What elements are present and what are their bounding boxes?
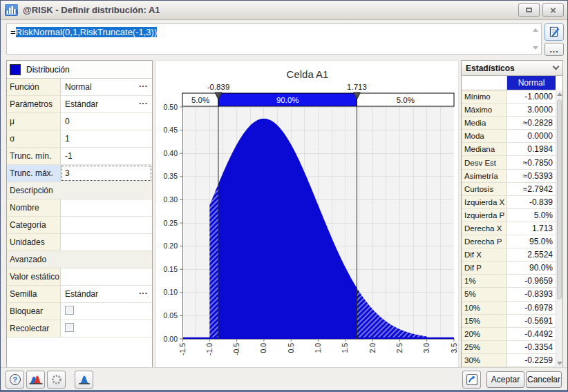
stat-row: Curtosis≈2.7942 xyxy=(462,183,556,196)
stat-row: 25%-0.3354 xyxy=(462,341,556,354)
scroll-up-icon[interactable] xyxy=(557,92,562,96)
gear-icon xyxy=(50,373,63,386)
property-value-text: Normal xyxy=(65,82,92,92)
svg-text:0.25: 0.25 xyxy=(164,219,178,227)
property-value-cell[interactable] xyxy=(61,217,152,233)
property-value-cell[interactable] xyxy=(61,303,152,320)
svg-text:2.5: 2.5 xyxy=(395,343,404,353)
close-icon: × xyxy=(550,4,556,16)
property-row: Nombre xyxy=(7,199,152,217)
stat-label: 10% xyxy=(462,302,507,314)
formula-scroll-down-icon[interactable] xyxy=(533,46,538,50)
property-value-cell[interactable] xyxy=(61,199,152,216)
stat-label: Izquierda X xyxy=(462,196,507,208)
stat-label: 20% xyxy=(462,328,507,340)
overlay-distribution-button[interactable] xyxy=(26,371,45,389)
svg-text:0.10: 0.10 xyxy=(164,288,178,296)
property-value-cell[interactable]: 3 xyxy=(61,165,152,182)
formula-scroll-up-icon[interactable] xyxy=(533,28,538,32)
stat-row: Derecha X1.713 xyxy=(462,222,556,235)
property-value-text: -1 xyxy=(65,151,73,161)
property-section-row: Avanzado xyxy=(7,251,152,268)
formula-bar: =RiskNormal(0,1,RiskTruncate(-1,3)) xyxy=(1,21,567,57)
svg-text:1.0: 1.0 xyxy=(314,343,322,353)
stat-value: ≈0.2828 xyxy=(507,118,556,128)
stat-value: -1.0000 xyxy=(507,92,556,101)
stat-label: Asimetría xyxy=(462,170,507,182)
scrollbar-thumb[interactable] xyxy=(557,99,562,300)
right-delimiter-value: 1.713 xyxy=(347,83,367,91)
chart-panel: Celda A10.000.050.100.150.200.250.300.35… xyxy=(155,60,459,368)
stat-row: 10%-0.6978 xyxy=(462,302,556,315)
property-value-cell[interactable]: Estándar... xyxy=(61,96,152,112)
left-delimiter-value: -0.839 xyxy=(207,83,230,91)
statistics-scrollbar[interactable] xyxy=(556,90,562,367)
checkbox[interactable] xyxy=(65,323,74,332)
svg-text:0.05: 0.05 xyxy=(164,311,178,320)
property-value-cell[interactable]: Estándar... xyxy=(61,286,152,302)
property-row: Recolectar xyxy=(7,320,152,337)
statistics-panel-header[interactable]: Estadísticos xyxy=(462,61,562,76)
accept-button[interactable]: Aceptar xyxy=(486,371,524,388)
distribution-properties-panel: Distribución FunciónNormal...ParámetrosE… xyxy=(6,60,153,368)
property-value-cell[interactable] xyxy=(61,234,152,251)
formula-options-button[interactable]: ... xyxy=(545,43,564,56)
stat-value: 5.0% xyxy=(507,210,556,220)
property-label: Bloquear xyxy=(7,303,61,320)
stat-row: Media≈0.2828 xyxy=(462,117,556,130)
property-value-cell[interactable]: 0 xyxy=(61,113,152,130)
chart-title: Celda A1 xyxy=(287,68,329,80)
stat-label: Derecha X xyxy=(462,222,507,235)
export-button[interactable] xyxy=(462,371,481,389)
scroll-down-icon[interactable] xyxy=(557,362,562,365)
svg-text:0.50: 0.50 xyxy=(164,103,178,111)
window-title: @RISK - Definir distribución: A1 xyxy=(23,5,160,15)
distribution-color-swatch[interactable] xyxy=(10,64,21,75)
edit-formula-button[interactable] xyxy=(545,23,564,41)
edit-formula-icon xyxy=(549,26,560,38)
property-value-cell[interactable]: Normal... xyxy=(61,79,152,95)
checkbox[interactable] xyxy=(65,306,74,315)
ellipsis-button[interactable]: ... xyxy=(139,97,148,106)
property-value-cell[interactable]: 1 xyxy=(61,130,152,147)
property-section-row: Descripción xyxy=(7,182,152,199)
chart-canvas[interactable]: Celda A10.000.050.100.150.200.250.300.35… xyxy=(156,61,458,367)
ellipsis-button[interactable]: ... xyxy=(139,286,148,296)
stat-label: Moda xyxy=(462,130,507,142)
stat-row: 15%-0.5691 xyxy=(462,315,556,328)
ellipsis-icon: ... xyxy=(549,47,558,52)
property-value-text: Estándar xyxy=(65,289,98,299)
property-value-cell[interactable]: -1 xyxy=(61,148,152,164)
property-value-cell[interactable] xyxy=(61,320,152,337)
svg-text:-1.0: -1.0 xyxy=(205,343,214,355)
ellipsis-button[interactable]: ... xyxy=(139,79,148,89)
stat-label: Dif P xyxy=(462,262,507,274)
graph-type-button[interactable] xyxy=(75,371,93,389)
settings-button[interactable] xyxy=(47,371,66,389)
stat-label: Curtosis xyxy=(462,183,507,195)
stat-value: -0.5691 xyxy=(507,316,556,326)
footer-bar: ? Aceptar xyxy=(1,367,567,390)
close-button[interactable]: × xyxy=(542,3,564,17)
chevron-down-icon xyxy=(553,63,560,70)
cancel-button[interactable]: Cancelar xyxy=(526,371,562,388)
stat-value: ≈2.7942 xyxy=(507,184,556,194)
property-row: FunciónNormal... xyxy=(7,79,152,96)
stat-label: 25% xyxy=(462,341,507,353)
stat-label: Dif X xyxy=(462,248,507,261)
stat-value: ≈0.7850 xyxy=(507,158,556,168)
svg-text:5.0%: 5.0% xyxy=(191,96,209,104)
stat-value: -0.9659 xyxy=(507,276,556,286)
property-label: σ xyxy=(7,130,61,147)
property-value-cell[interactable] xyxy=(61,268,152,285)
property-label: Función xyxy=(7,79,61,95)
help-button[interactable]: ? xyxy=(6,371,24,389)
title-bar[interactable]: @RISK - Definir distribución: A1 × xyxy=(1,1,567,20)
stat-label: 1% xyxy=(462,275,507,287)
formula-input[interactable]: =RiskNormal(0,1,RiskTruncate(-1,3)) xyxy=(6,23,542,55)
property-row: σ1 xyxy=(7,130,152,148)
stat-label: 30% xyxy=(462,354,507,366)
svg-text:5.0%: 5.0% xyxy=(397,96,415,104)
property-row: ParámetrosEstándar... xyxy=(7,96,152,113)
maximize-button[interactable] xyxy=(518,3,540,17)
